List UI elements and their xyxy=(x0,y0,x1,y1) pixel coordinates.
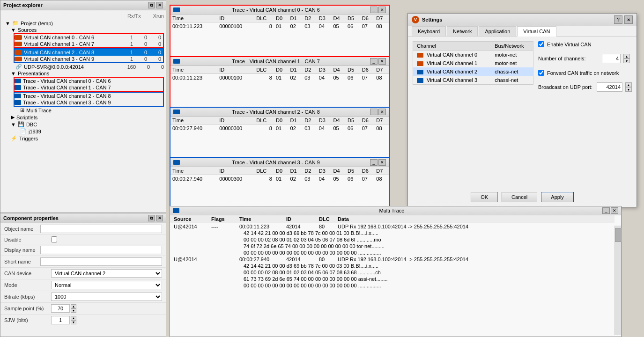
settings-titlebar-controls: ? ✕ xyxy=(614,15,633,24)
num-channels-down[interactable]: ▼ xyxy=(623,59,630,63)
col-err: Xrun xyxy=(141,13,164,19)
td-time: 00:00:11.223 xyxy=(170,22,217,30)
channel-2-row[interactable]: Virtual CAN channel 2 - CAN 8 1 0 0 xyxy=(15,49,163,56)
sample-point-down[interactable]: ▼ xyxy=(71,308,76,313)
tab-virtual-can[interactable]: Virtual CAN xyxy=(517,26,556,37)
channel-row-2[interactable]: Virtual CAN channel 2 chassi-net xyxy=(413,67,533,76)
channel-cell-2: Virtual CAN channel 2 xyxy=(413,67,491,76)
trace-1-minimize[interactable]: _ xyxy=(370,58,378,65)
j1939-node[interactable]: 📄 j1939 xyxy=(0,128,166,135)
dbc-expand: ▼ xyxy=(11,122,16,127)
channel-1-row[interactable]: Virtual CAN channel 1 - CAN 7 1 0 0 xyxy=(15,41,163,47)
th-dlc-0: DLC xyxy=(254,15,274,22)
trace-window-1: Trace - Virtual CAN channel 1 - CAN 7 _ … xyxy=(170,56,390,108)
component-props-titlebar: Component properties ⧉ ✕ xyxy=(0,213,166,223)
sources-node[interactable]: ▼ Sources xyxy=(0,27,166,33)
sjw-up[interactable]: ▲ xyxy=(71,316,76,320)
comp-close-button[interactable]: ✕ xyxy=(156,215,163,221)
channel-row-3[interactable]: Virtual CAN channel 3 chassi-net xyxy=(413,76,533,85)
trace-0-minimize[interactable]: _ xyxy=(370,7,378,13)
cancel-button[interactable]: Cancel xyxy=(502,192,537,202)
presentations-expand: ▼ xyxy=(11,71,16,76)
dbc-label: DBC xyxy=(26,122,164,127)
channel-0-row[interactable]: Virtual CAN channel 0 - CAN 6 1 0 0 xyxy=(15,34,163,41)
tab-network[interactable]: Network xyxy=(447,26,478,36)
multi-trace-scrollbar[interactable] xyxy=(614,226,621,335)
broadcast-udp-up[interactable]: ▲ xyxy=(625,82,632,87)
project-explorer-titlebar: Project explorer ⧉ ✕ xyxy=(0,0,166,10)
trace-2-header: TimeIDDLC D0D1D2D3D4D5D6D7 xyxy=(170,117,389,125)
list-item: 42 14 42 21 00 00 d3 69 bb 78 7c 00 00 0… xyxy=(170,263,614,269)
mode-label: Mode xyxy=(4,282,51,288)
restore-button[interactable]: ⧉ xyxy=(148,2,155,8)
ok-button[interactable]: OK xyxy=(471,192,498,202)
channel-0-label: Virtual CAN channel 0 - CAN 6 xyxy=(24,35,119,40)
channel-3-xrun: 0 xyxy=(133,56,147,62)
sjw-label: SJW (bits) xyxy=(4,317,51,323)
triggers-node[interactable]: ⚡ Triggers xyxy=(0,135,166,142)
display-name-input[interactable] xyxy=(40,246,162,254)
trace-3-minimize[interactable]: _ xyxy=(370,159,378,166)
sjw-down[interactable]: ▼ xyxy=(71,320,76,324)
channel-row-1[interactable]: Virtual CAN channel 1 motor-net xyxy=(413,59,533,67)
num-channels-input[interactable] xyxy=(602,54,621,63)
j1939-icon: 📄 xyxy=(20,128,27,134)
dbc-node[interactable]: ▼ 💾 DBC xyxy=(0,121,166,128)
can-device-select[interactable]: Virtual CAN channel 2 xyxy=(51,269,162,278)
trace-pres-2[interactable]: Trace - Virtual CAN channel 2 - CAN 8 xyxy=(15,93,163,99)
trace-2-minimize[interactable]: _ xyxy=(370,109,378,115)
trace-1-close[interactable]: ✕ xyxy=(378,58,386,65)
channel-3-row[interactable]: Virtual CAN channel 3 - CAN 9 1 0 0 xyxy=(15,56,163,62)
mt-extra-0-3: 00 00 00 00 00 00 00 00 00 00 00 00 00 0… xyxy=(244,250,381,256)
bitrate-row: Bitrate (kbps) 1000 xyxy=(0,291,166,303)
multi-trace-close[interactable]: ✕ xyxy=(611,207,618,214)
mode-select[interactable]: Normal xyxy=(51,281,162,289)
project-root[interactable]: ▼ 📁 Project (temp) xyxy=(0,20,166,27)
sources-expand: ▼ xyxy=(11,27,16,33)
broadcast-udp-label: Broadcast on UDP port: xyxy=(538,84,594,90)
trace-3-close[interactable]: ✕ xyxy=(378,159,386,166)
sample-point-input[interactable] xyxy=(51,304,70,313)
udp-row[interactable]: 🔗 UDP-SVR@0.0.0.0:42014 160 0 0 xyxy=(0,63,166,70)
close-button[interactable]: ✕ xyxy=(156,2,163,8)
trace-2-close[interactable]: ✕ xyxy=(378,109,386,115)
broadcast-udp-input[interactable] xyxy=(597,82,622,92)
comp-restore-button[interactable]: ⧉ xyxy=(148,215,155,221)
trace-pres-2-label: Trace - Virtual CAN channel 2 - CAN 8 xyxy=(23,93,161,99)
tab-application[interactable]: Application xyxy=(479,26,516,36)
mt-id-1: 42014 xyxy=(286,256,319,262)
trace-0-close[interactable]: ✕ xyxy=(378,7,386,13)
num-channels-up[interactable]: ▲ xyxy=(623,54,630,59)
scriptlets-label: Scriptlets xyxy=(16,115,164,120)
presentations-node[interactable]: ▼ Presentations xyxy=(0,70,166,77)
settings-close-button[interactable]: ✕ xyxy=(624,15,633,24)
enable-virtual-can-label: Enable Virtual CAN xyxy=(547,42,592,47)
list-item: 74 6f 72 2d 6e 65 74 00 00 00 00 00 00 0… xyxy=(170,243,614,249)
object-name-input[interactable] xyxy=(40,225,162,233)
settings-help-button[interactable]: ? xyxy=(614,15,622,24)
td-d7: 08 xyxy=(374,22,389,30)
scrollbar-thumb[interactable] xyxy=(615,228,622,242)
settings-footer: OK Cancel Apply xyxy=(408,187,637,207)
apply-button[interactable]: Apply xyxy=(541,192,574,202)
trace-pres-1[interactable]: Trace - Virtual CAN channel 1 - CAN 7 xyxy=(15,84,163,91)
multi-trace-minimize[interactable]: _ xyxy=(602,207,610,214)
short-name-input[interactable] xyxy=(40,257,162,266)
sjw-row: SJW (bits) ▲ ▼ xyxy=(0,315,166,326)
trace-pres-0[interactable]: Trace - Virtual CAN channel 0 - CAN 6 xyxy=(15,78,163,84)
channel-row-0[interactable]: Virtual CAN channel 0 motor-net xyxy=(413,51,533,59)
scriptlets-node[interactable]: ▶ Scriptlets xyxy=(0,114,166,121)
sjw-input[interactable] xyxy=(51,316,70,324)
bitrate-select[interactable]: 1000 xyxy=(51,293,162,301)
trace-pres-3[interactable]: Trace - Virtual CAN channel 3 - CAN 9 xyxy=(15,99,163,106)
broadcast-udp-down[interactable]: ▼ xyxy=(625,87,632,92)
disable-checkbox[interactable] xyxy=(51,236,57,242)
multitrace-node[interactable]: ⊞ Multi Trace xyxy=(0,107,166,114)
td-d6: 07 xyxy=(360,22,375,30)
tab-keyboard[interactable]: Keyboard xyxy=(412,26,446,36)
sample-point-up[interactable]: ▲ xyxy=(71,304,76,308)
forward-can-checkbox[interactable] xyxy=(538,70,544,76)
trace-pres-3-label: Trace - Virtual CAN channel 3 - CAN 9 xyxy=(23,100,161,105)
multitrace-label: Multi Trace xyxy=(26,108,164,113)
enable-virtual-can-checkbox[interactable] xyxy=(538,41,544,47)
